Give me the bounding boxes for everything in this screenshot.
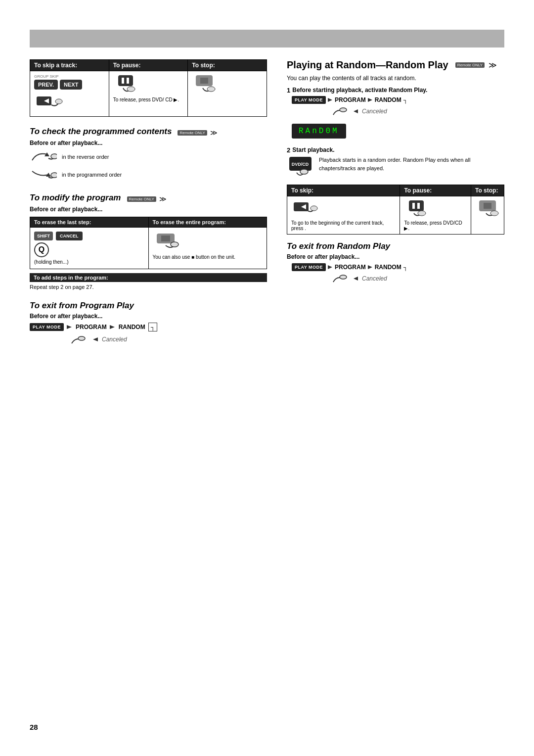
rand-col-stop: To stop:: [471, 185, 504, 196]
rand-pause-svg: [404, 199, 429, 217]
dvd-cd-btn[interactable]: DVD/CD: [287, 156, 314, 180]
q-dial[interactable]: Q: [34, 242, 49, 257]
svg-text:DVD/CD: DVD/CD: [292, 162, 309, 167]
step1-canceled-label: Canceled: [362, 108, 387, 115]
svg-point-9: [207, 87, 215, 92]
main-content: To skip a track: To pause: To stop: GROU…: [30, 59, 504, 357]
svg-marker-21: [328, 98, 332, 102]
shift-button[interactable]: SHIFT: [34, 232, 53, 240]
erase-note: You can also use ■ button on the unit.: [153, 254, 263, 260]
exit-random-before-after: Before or after playback...: [287, 253, 504, 260]
svg-point-40: [340, 275, 347, 279]
next-button[interactable]: NEXT: [60, 80, 82, 90]
modify-wave: ≫: [159, 195, 167, 203]
q-button-area: Q: [34, 242, 144, 257]
step2-num: 2: [287, 146, 290, 154]
svg-point-37: [490, 211, 498, 216]
rand-skip-note: To go to the beginning of the current tr…: [291, 220, 396, 231]
svg-point-27: [300, 169, 308, 174]
check-programmed-section: To check the programmed contents Remote …: [30, 127, 267, 182]
pause-cell: To release, press DVD/ CD ▶.: [109, 71, 188, 117]
svg-rect-31: [409, 200, 424, 211]
header-bar: [30, 30, 504, 47]
rand-pause-note: To release, press DVD/CD ▶.: [404, 220, 467, 231]
reverse-order-text: in the reverse order: [62, 154, 109, 160]
erase-last-step-header: To erase the last step:: [30, 217, 149, 228]
stop-hand-illustration: [192, 74, 217, 96]
step2-playback-note: Playback starts in a random order. Rando…: [319, 156, 504, 172]
modify-remote-badge: Remote ONLY: [127, 196, 156, 202]
exit-random-title: To exit from Random Play: [287, 241, 504, 251]
exit-rand-hand-svg: [331, 272, 349, 285]
svg-rect-32: [412, 203, 415, 209]
svg-rect-3: [118, 75, 133, 86]
step1-arrow1-icon: [327, 96, 334, 103]
pause-hand-illustration: [113, 74, 138, 96]
display-area: RAnD0M: [292, 121, 504, 142]
rand-skip-cell: To go to the beginning of the current tr…: [287, 196, 400, 235]
svg-rect-33: [417, 203, 420, 209]
exit-random-flow: PLAY MODE PROGRAM RANDOM ┐: [292, 263, 504, 271]
exit-rand-arrow1-icon: [327, 264, 334, 271]
svg-rect-15: [161, 236, 170, 241]
exit-before-after: Before or after playback...: [30, 313, 267, 320]
program-label: PROGRAM: [76, 324, 107, 331]
modify-program-section: To modify the program Remote ONLY ≫ Befo…: [30, 193, 267, 290]
exit-rand-arrow2-icon: [367, 264, 374, 271]
step1-random: RANDOM: [375, 96, 401, 103]
col-stop: To stop:: [188, 60, 267, 71]
svg-point-19: [78, 336, 85, 340]
step1-program: PROGRAM: [335, 96, 366, 103]
random-label: RANDOM: [119, 324, 145, 331]
svg-point-2: [55, 99, 62, 104]
back-arrow-icon: [91, 335, 99, 343]
random-display: RAnD0M: [292, 124, 346, 139]
col-pause: To pause:: [109, 60, 188, 71]
right-column: Playing at Random—Random Play Remote ONL…: [287, 59, 504, 357]
svg-marker-22: [368, 98, 372, 102]
svg-point-30: [311, 206, 317, 211]
cancel-button[interactable]: CANCEL: [56, 232, 83, 240]
erase-entire-cell: You can also use ■ button on the unit.: [148, 228, 267, 269]
step1-play-mode-btn[interactable]: PLAY MODE: [292, 96, 326, 104]
remote-only-badge: Remote ONLY: [178, 130, 207, 136]
programmed-order-text: in the programmed order: [62, 172, 122, 178]
shift-cancel-row: SHIFT CANCEL: [34, 232, 144, 240]
skip-cell: GROUP SKIP PREV. NEXT: [30, 71, 109, 117]
step2-content: DVD/CD Playback starts in a random order…: [287, 156, 504, 180]
rand-stop-svg: [475, 199, 500, 217]
svg-marker-39: [368, 265, 372, 269]
erase-table: To erase the last step: To erase the ent…: [30, 217, 267, 269]
rand-skip-svg: [291, 199, 318, 217]
exit-rand-bracket: ┐: [403, 264, 408, 271]
add-steps-bar: To add steps in the program:: [30, 273, 267, 282]
svg-point-23: [340, 108, 347, 112]
step2-text: Start playback.: [292, 146, 334, 153]
playing-random-title: Playing at Random—Random Play: [287, 59, 448, 71]
exit-canceled-row: Canceled: [69, 332, 267, 346]
step2-header: 2 Start playback.: [287, 146, 504, 154]
playing-random-header: Playing at Random—Random Play Remote ONL…: [287, 59, 504, 71]
exit-rand-play-mode-btn[interactable]: PLAY MODE: [292, 263, 326, 271]
exit-rand-back-arrow-icon: [352, 275, 359, 282]
programmed-order-row: in the programmed order: [30, 167, 267, 182]
exit-flow-row: PLAY MODE PROGRAM RANDOM ┐: [30, 323, 267, 331]
add-steps-note: Repeat step 2 on page 27.: [30, 284, 267, 290]
rand-col-pause: To pause:: [400, 185, 471, 196]
svg-rect-4: [122, 78, 124, 84]
play-mode-btn[interactable]: PLAY MODE: [30, 323, 64, 331]
reverse-hand-svg: [30, 149, 57, 164]
rand-pause-cell: To release, press DVD/CD ▶.: [400, 196, 471, 235]
left-column: To skip a track: To pause: To stop: GROU…: [30, 59, 267, 357]
skip-hand-illustration: [34, 93, 64, 112]
skip-buttons: PREV. NEXT: [34, 80, 105, 90]
prev-button[interactable]: PREV.: [34, 80, 58, 90]
step1-text: Before starting playback, activate Rando…: [292, 87, 427, 94]
step1-arrow2-icon: [367, 96, 374, 103]
svg-marker-18: [110, 325, 115, 329]
random-intro-text: You can play the contents of all tracks …: [287, 74, 504, 83]
svg-marker-20: [93, 337, 98, 341]
wave-decoration: ≫: [210, 129, 218, 137]
svg-rect-5: [127, 78, 129, 84]
exit-program-title: To exit from Program Play: [30, 301, 267, 311]
